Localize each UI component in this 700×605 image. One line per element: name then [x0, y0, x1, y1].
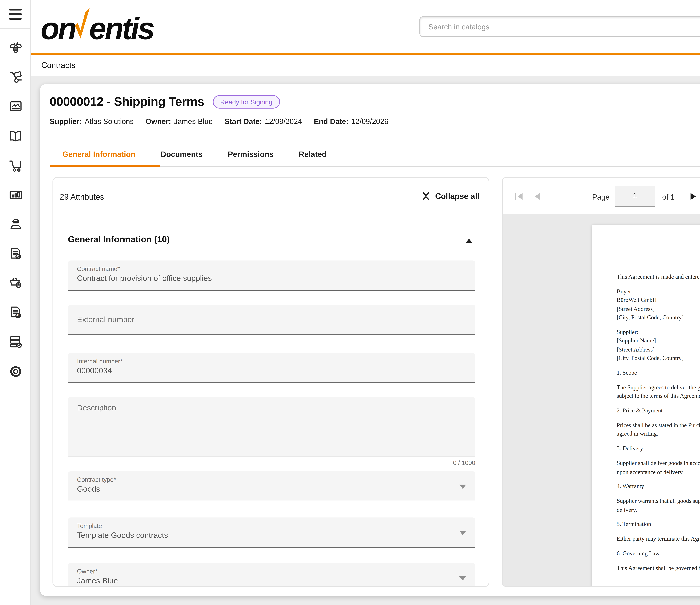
document-paragraph: Prices shall be as stated in the Purchas…	[617, 421, 700, 439]
description-char-counter: 0 / 1000	[68, 459, 475, 466]
next-page-icon[interactable]	[688, 191, 699, 202]
tab-permissions[interactable]: Permissions	[215, 142, 286, 166]
document-paragraph: The Supplier agrees to deliver the goods…	[617, 384, 700, 401]
meta-supplier: Supplier:Atlas Solutions	[50, 117, 134, 125]
bee-icon[interactable]	[8, 40, 23, 55]
attributes-count: 29 Attributes	[60, 193, 104, 201]
document-heading: 3. Delivery	[617, 445, 700, 454]
document-paragraph: Supplier warrants that all goods supplie…	[617, 497, 700, 515]
section-title: General Information (10)	[68, 235, 170, 244]
tab-general-information[interactable]: General Information	[50, 142, 148, 166]
meta-end-date: End Date:12/09/2026	[314, 117, 389, 125]
breadcrumb-contracts[interactable]: Contracts	[41, 61, 75, 69]
catalog-book-icon[interactable]	[8, 129, 23, 144]
pdf-document-content: Standard Agreement - Goods This Agreemen…	[617, 248, 700, 579]
search-input[interactable]: Search in catalogs...	[419, 16, 700, 37]
logo-text-on: on	[41, 12, 75, 46]
document-paragraph: Either party may terminate this Agreemen…	[617, 535, 700, 544]
sidebar: §	[0, 0, 31, 605]
tab-bar: General Information Documents Permission…	[50, 142, 339, 166]
document-paragraph: Buyer: BüroWelt GmbH [Street Address] [C…	[617, 288, 700, 322]
vendor-person-icon[interactable]	[8, 216, 23, 231]
document-paragraph: This Agreement is made and entered into …	[617, 273, 700, 282]
document-heading: 6. Governing Law	[617, 550, 700, 558]
search-placeholder: Search in catalogs...	[428, 22, 700, 31]
tab-related[interactable]: Related	[286, 142, 339, 166]
page-total: of 1	[662, 193, 675, 201]
logo-text-entis: entis	[89, 12, 153, 46]
page-label: Page	[592, 193, 609, 201]
invoice-percent-icon[interactable]	[8, 246, 23, 261]
hand-truck-icon[interactable]	[8, 70, 23, 85]
attributes-header: 29 Attributes Collapse all	[53, 178, 489, 216]
settings-gear-icon[interactable]	[8, 364, 23, 379]
checkmark-icon	[75, 6, 89, 46]
tab-active-indicator	[50, 165, 160, 167]
internal-number-field[interactable]: Internal number* 00000034	[68, 353, 475, 383]
pdf-viewer-panel: Page 1 of 1 Automati	[502, 177, 700, 587]
collapse-icon	[421, 191, 430, 201]
pdf-toolbar: Page 1 of 1 Automati	[503, 178, 700, 214]
page-title: 00000012 - Shipping Terms	[50, 95, 204, 109]
document-heading: 4. Warranty	[617, 483, 700, 491]
contract-name-field[interactable]: Contract name* Contract for provision of…	[68, 261, 475, 291]
collapse-all-button[interactable]: Collapse all	[421, 191, 479, 201]
previous-page-icon[interactable]	[532, 191, 543, 202]
basket-time-icon[interactable]	[8, 275, 23, 290]
document-heading: 1. Scope	[617, 369, 700, 378]
hamburger-menu-icon[interactable]	[9, 9, 22, 20]
legal-paragraph-document-icon[interactable]: §	[8, 305, 23, 320]
brand-divider	[31, 53, 700, 54]
attributes-panel: 29 Attributes Collapse all General Infor…	[53, 177, 489, 587]
external-number-field[interactable]: External number	[68, 305, 475, 335]
description-field[interactable]: Description	[68, 397, 475, 457]
breadcrumb: Contracts	[31, 54, 700, 76]
contract-meta: Supplier:Atlas Solutions Owner:James Blu…	[50, 117, 389, 125]
document-heading: 2. Price & Payment	[617, 407, 700, 416]
template-select[interactable]: Template Template Goods contracts	[68, 517, 475, 548]
document-paragraph: This Agreement shall be governed by and …	[617, 564, 700, 573]
first-page-icon[interactable]	[514, 191, 524, 202]
reports-chart-icon[interactable]	[8, 187, 23, 202]
document-title: Standard Agreement - Goods	[617, 248, 700, 258]
document-paragraph: Supplier shall deliver goods in accordan…	[617, 459, 700, 477]
status-badge: Ready for Signing	[212, 95, 280, 108]
chevron-down-icon	[459, 576, 466, 580]
chevron-down-icon	[459, 484, 466, 488]
document-heading: 5. Termination	[617, 521, 700, 529]
page-number-input[interactable]: 1	[615, 185, 655, 207]
shopping-cart-icon[interactable]	[8, 158, 23, 173]
meta-start-date: Start Date:12/09/2024	[225, 117, 302, 125]
contracts-handshake-icon[interactable]	[8, 99, 23, 114]
master-data-check-icon[interactable]	[8, 334, 23, 349]
owner-select[interactable]: Owner* James Blue	[68, 563, 475, 587]
sidebar-divider	[0, 28, 31, 29]
svg-text:§: §	[17, 313, 19, 317]
section-general-information[interactable]: General Information (10)	[68, 231, 474, 251]
document-paragraph: Supplier: [Supplier Name] [Street Addres…	[617, 329, 700, 363]
contract-detail-card: 00000012 - Shipping Terms Ready for Sign…	[40, 84, 700, 596]
chevron-up-icon[interactable]	[466, 239, 473, 243]
onventis-logo: on entis	[41, 9, 153, 46]
chevron-down-icon	[459, 531, 466, 535]
contract-type-select[interactable]: Contract type* Goods	[68, 471, 475, 501]
pdf-page[interactable]: Standard Agreement - Goods This Agreemen…	[592, 225, 700, 587]
meta-owner: Owner:James Blue	[146, 117, 212, 125]
app-root: on entis Search in catalogs... ? CM Cont…	[0, 0, 700, 605]
tab-documents[interactable]: Documents	[148, 142, 215, 166]
